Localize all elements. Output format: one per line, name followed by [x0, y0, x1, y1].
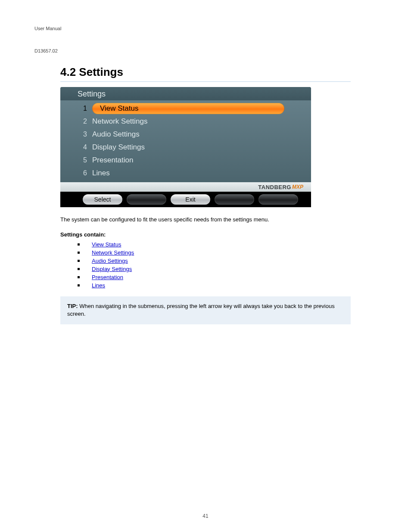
- list-item: View Status: [78, 240, 351, 249]
- brand-name: TANDBERG: [258, 184, 291, 190]
- settings-link-display-settings[interactable]: Display Settings: [92, 266, 132, 272]
- settings-panel: Settings 1View Status2Network Settings3A…: [60, 87, 311, 207]
- button-bar: SelectExit: [60, 192, 311, 207]
- tip-box: TIP: When navigating in the submenus, pr…: [60, 296, 351, 325]
- menu-item-number: 6: [78, 169, 87, 177]
- menu-item-network-settings[interactable]: 2Network Settings: [60, 115, 311, 128]
- tip-label: TIP:: [67, 303, 78, 309]
- settings-link-presentation[interactable]: Presentation: [92, 274, 123, 280]
- settings-contain-heading: Settings contain:: [60, 231, 351, 238]
- page-number: 41: [0, 513, 411, 519]
- divider: [60, 81, 351, 82]
- menu-item-number: 5: [78, 156, 87, 164]
- menu-item-view-status[interactable]: 1View Status: [60, 102, 311, 115]
- menu-item-number: 1: [78, 105, 87, 112]
- intro-text: The system can be configured to fit the …: [60, 216, 351, 224]
- menu-item-label: View Status: [92, 103, 284, 114]
- menu-item-number: 4: [78, 143, 87, 151]
- menu-item-label: Presentation: [92, 155, 302, 166]
- settings-link-network-settings[interactable]: Network Settings: [92, 249, 134, 256]
- settings-link-audio-settings[interactable]: Audio Settings: [92, 258, 128, 264]
- list-item: Display Settings: [78, 265, 351, 273]
- menu-item-presentation[interactable]: 5Presentation: [60, 154, 311, 167]
- tip-text: When navigating in the submenus, pressin…: [67, 303, 335, 317]
- menu-item-number: 2: [78, 118, 87, 125]
- blank-button: [127, 194, 166, 205]
- brand-model: MXP: [292, 184, 303, 190]
- menu-item-label: Display Settings: [92, 142, 302, 153]
- menu-item-number: 3: [78, 131, 87, 138]
- menu-item-audio-settings[interactable]: 3Audio Settings: [60, 128, 311, 141]
- list-item: Presentation: [78, 273, 351, 281]
- exit-button[interactable]: Exit: [171, 194, 210, 205]
- menu-item-label: Audio Settings: [92, 129, 302, 140]
- list-item: Audio Settings: [78, 257, 351, 265]
- list-item: Network Settings: [78, 249, 351, 257]
- menu-item-display-settings[interactable]: 4Display Settings: [60, 141, 311, 154]
- panel-title: Settings: [60, 87, 311, 100]
- list-item: Lines: [78, 281, 351, 289]
- menu-item-label: Lines: [92, 168, 302, 179]
- header-user-manual: User Manual: [34, 26, 377, 31]
- section-title: 4.2 Settings: [60, 65, 377, 79]
- select-button[interactable]: Select: [83, 194, 122, 205]
- settings-menu: 1View Status2Network Settings3Audio Sett…: [60, 100, 311, 182]
- blank-button: [215, 194, 254, 205]
- blank-button: [258, 194, 298, 205]
- menu-item-label: Network Settings: [92, 116, 302, 127]
- brand-strip: TANDBERG MXP: [60, 182, 311, 192]
- doc-number: D13657.02: [34, 48, 377, 53]
- menu-item-lines[interactable]: 6Lines: [60, 167, 311, 180]
- settings-link-lines[interactable]: Lines: [92, 282, 105, 289]
- settings-link-list: View StatusNetwork SettingsAudio Setting…: [78, 240, 351, 289]
- settings-link-view-status[interactable]: View Status: [92, 241, 121, 248]
